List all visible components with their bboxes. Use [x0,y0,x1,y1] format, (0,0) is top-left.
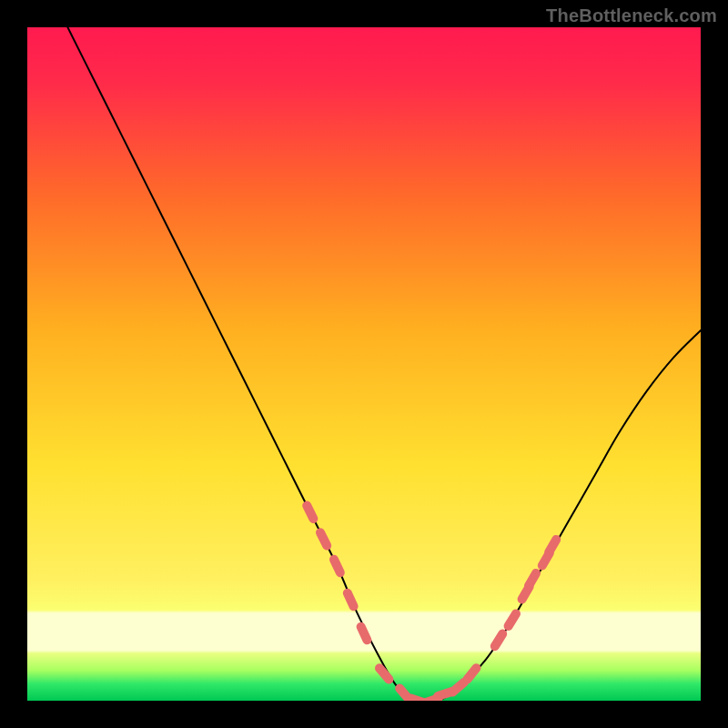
curve-marker [334,560,340,572]
watermark-text: TheBottleneck.com [546,5,717,26]
curve-marker [549,540,556,552]
plot-background [27,27,701,701]
curve-marker [361,627,368,641]
chart-svg [27,27,701,701]
curve-marker [529,573,536,586]
curve-marker [348,593,354,607]
chart-frame [27,27,701,701]
curve-marker [320,532,327,545]
curve-marker [307,506,313,519]
